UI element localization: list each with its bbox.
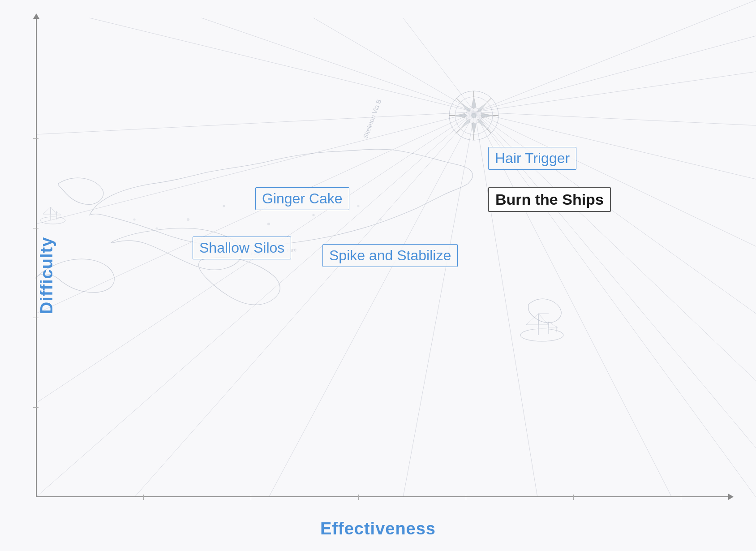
svg-marker-64 — [526, 314, 538, 325]
y-axis-label: Difficulty — [37, 237, 56, 314]
tick-x-4 — [466, 495, 466, 500]
svg-line-17 — [36, 112, 475, 314]
label-spike-and-stabilize[interactable]: Spike and Stabilize — [322, 244, 458, 267]
svg-text:Skeleton Via B: Skeleton Via B — [362, 98, 382, 139]
svg-line-11 — [475, 112, 537, 497]
tick-x-3 — [358, 495, 359, 500]
chart-container: Skeleton Via B Fulk & Treasure here Diff… — [0, 0, 756, 551]
svg-marker-52 — [460, 119, 470, 129]
svg-line-41 — [456, 98, 460, 102]
radial-lines-svg: Skeleton Via B Fulk & Treasure here — [0, 0, 756, 551]
x-axis-arrow — [728, 494, 734, 500]
label-hair-trigger[interactable]: Hair Trigger — [488, 147, 576, 170]
svg-line-44 — [456, 129, 460, 133]
tick-x-2 — [251, 495, 251, 500]
label-burn-the-ships[interactable]: Burn the Ships — [488, 187, 611, 212]
svg-line-0 — [475, 0, 756, 112]
x-axis-label: Effectiveness — [320, 519, 436, 538]
tick-y-2 — [33, 318, 39, 318]
svg-marker-50 — [477, 102, 487, 112]
svg-point-29 — [187, 219, 189, 221]
svg-point-33 — [133, 219, 135, 220]
svg-point-32 — [156, 228, 158, 229]
svg-line-15 — [36, 112, 475, 497]
svg-point-53 — [471, 113, 477, 118]
svg-line-10 — [475, 112, 672, 497]
svg-marker-57 — [43, 207, 51, 214]
svg-line-43 — [487, 129, 491, 133]
tick-x-1 — [143, 495, 144, 500]
svg-point-34 — [449, 91, 498, 140]
svg-point-36 — [466, 108, 482, 124]
svg-point-35 — [455, 97, 493, 134]
svg-point-60 — [520, 329, 563, 341]
tick-y-1 — [33, 407, 39, 408]
svg-point-28 — [223, 205, 225, 207]
svg-point-31 — [380, 219, 382, 220]
svg-marker-66 — [549, 322, 558, 328]
svg-line-23 — [403, 18, 475, 112]
svg-line-22 — [314, 18, 475, 112]
svg-line-14 — [134, 112, 475, 497]
svg-marker-47 — [455, 113, 467, 118]
y-axis — [36, 18, 37, 497]
svg-line-42 — [487, 98, 491, 102]
svg-line-20 — [90, 18, 475, 112]
svg-point-54 — [40, 217, 65, 224]
svg-line-5 — [475, 112, 756, 246]
tick-y-4 — [33, 138, 39, 139]
x-axis — [36, 496, 729, 497]
svg-line-2 — [475, 72, 756, 112]
svg-marker-49 — [460, 102, 470, 112]
label-shallow-silos[interactable]: Shallow Silos — [193, 237, 291, 259]
svg-marker-46 — [472, 122, 476, 134]
svg-point-25 — [313, 214, 314, 216]
svg-line-12 — [403, 112, 475, 497]
svg-point-30 — [357, 205, 359, 207]
svg-marker-45 — [472, 97, 476, 109]
svg-line-3 — [475, 112, 756, 125]
svg-line-9 — [475, 112, 756, 497]
svg-marker-51 — [477, 119, 487, 129]
svg-marker-59 — [56, 211, 61, 215]
svg-marker-48 — [481, 113, 493, 118]
label-ginger-cake[interactable]: Ginger Cake — [255, 187, 349, 210]
svg-line-13 — [269, 112, 475, 497]
tick-x-6 — [681, 495, 681, 500]
tick-x-5 — [573, 495, 574, 500]
svg-line-6 — [475, 112, 756, 314]
svg-point-26 — [268, 223, 270, 225]
svg-marker-58 — [51, 207, 56, 214]
y-axis-arrow — [33, 13, 39, 19]
svg-line-1 — [475, 36, 756, 112]
svg-marker-65 — [538, 314, 549, 325]
svg-line-21 — [202, 18, 475, 112]
svg-line-19 — [36, 112, 475, 134]
tick-y-3 — [33, 228, 39, 228]
